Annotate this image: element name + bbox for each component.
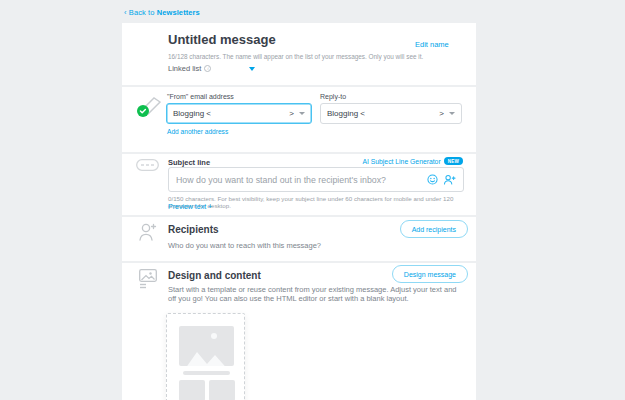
- design-template-icon: [137, 267, 159, 289]
- subject-field-icon: [136, 159, 159, 171]
- linked-list-row: Linked list i: [168, 64, 211, 73]
- thumbnail-text-line: [183, 371, 230, 375]
- linked-list-label: Linked list: [168, 64, 201, 73]
- back-arrow-icon: ‹ Back to: [124, 8, 157, 17]
- subject-char-info: 0/150 characters. For best visibility, k…: [168, 195, 476, 209]
- from-address-pencil-icon: [134, 90, 164, 120]
- ai-subject-generator-link[interactable]: AI Subject Line Generator: [362, 158, 440, 165]
- thumbnail-block-left: [179, 380, 205, 400]
- reply-to-value: Blogging <: [327, 109, 365, 118]
- personalize-person-plus-icon[interactable]: [443, 174, 456, 185]
- design-section: Design and content Design message Start …: [122, 263, 476, 400]
- recipients-person-plus-icon: [137, 221, 159, 243]
- from-address-bracket: >: [289, 109, 294, 118]
- from-address-input[interactable]: Blogging < >: [166, 103, 312, 124]
- linked-list-chevron-down-icon[interactable]: [249, 67, 255, 71]
- subject-input[interactable]: [176, 175, 427, 185]
- recipients-description: Who do you want to reach with this messa…: [168, 241, 321, 250]
- reply-to-input[interactable]: Blogging < >: [320, 103, 462, 124]
- message-setup-card: Untitled message Edit name 16/128 charac…: [122, 23, 476, 400]
- design-title: Design and content: [168, 270, 261, 281]
- reply-to-chevron-down-icon[interactable]: [449, 112, 455, 115]
- from-address-chevron-down-icon[interactable]: [299, 112, 305, 115]
- reply-to-bracket: >: [439, 109, 444, 118]
- newsletter-setup-page: ‹ Back to Newsletters Untitled message E…: [0, 0, 625, 400]
- subject-section: Subject line AI Subject Line Generator N…: [122, 154, 476, 215]
- template-thumbnail[interactable]: [166, 313, 245, 400]
- message-name-section: Untitled message Edit name 16/128 charac…: [122, 23, 476, 85]
- thumbnail-image-placeholder: [179, 326, 234, 366]
- subject-input-wrap: [168, 167, 464, 192]
- recipients-title: Recipients: [168, 224, 219, 235]
- recipients-section: Recipients Who do you want to reach with…: [122, 217, 476, 261]
- edit-name-link[interactable]: Edit name: [415, 40, 449, 49]
- design-message-button[interactable]: Design message: [392, 265, 468, 283]
- info-icon[interactable]: i: [204, 65, 211, 72]
- address-section: "From" email address Reply-to Blogging <…: [122, 87, 476, 152]
- from-address-value: Blogging <: [173, 109, 211, 118]
- from-address-label: "From" email address: [167, 93, 234, 100]
- back-to-newsletters-link[interactable]: ‹ Back to Newsletters: [124, 8, 200, 17]
- thumbnail-mountains-shape: [183, 342, 230, 366]
- preview-text-link[interactable]: Preview text +: [168, 203, 212, 210]
- subject-line-label: Subject line: [168, 158, 210, 167]
- design-description: Start with a template or reuse content f…: [168, 286, 465, 303]
- page-title: Untitled message: [168, 32, 276, 47]
- add-recipients-button[interactable]: Add recipients: [400, 220, 468, 238]
- name-char-info: 16/128 characters. The name will appear …: [168, 53, 423, 60]
- reply-to-label: Reply-to: [320, 93, 346, 100]
- thumbnail-block-right: [209, 380, 235, 400]
- add-another-address-link[interactable]: Add another address: [167, 128, 228, 135]
- back-link-bold: Newsletters: [157, 8, 200, 17]
- thumbnail-sun-shape: [211, 333, 217, 339]
- new-badge: NEW: [444, 157, 463, 165]
- emoji-icon[interactable]: [427, 174, 438, 185]
- ai-generator-row: AI Subject Line Generator NEW: [362, 157, 463, 165]
